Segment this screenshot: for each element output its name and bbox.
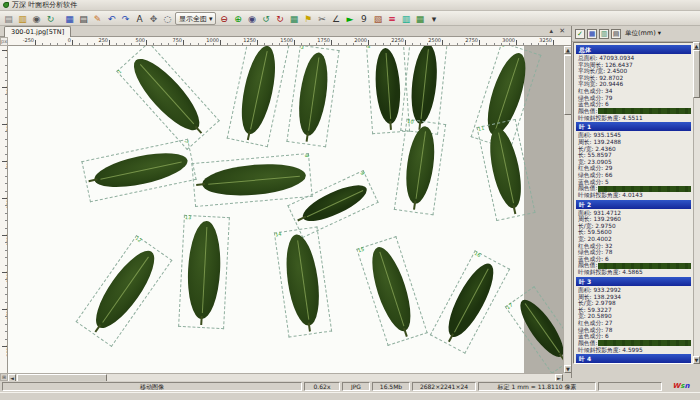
ruler-tick — [457, 43, 458, 45]
scroll-corner-box: ⊞ — [0, 373, 8, 381]
ruler-tick — [139, 43, 140, 45]
zoom-tool-icon[interactable]: ◌ — [161, 12, 174, 25]
rotate-left-icon[interactable]: ↺ — [259, 12, 272, 25]
section-header[interactable]: 叶 3 — [576, 277, 691, 286]
ruler-tick — [486, 43, 487, 45]
results-scrollbar[interactable]: ▲ ▼ — [693, 42, 700, 364]
ruler-label: 750 — [152, 37, 182, 43]
stat-row: 长: 59.3227 — [576, 307, 691, 314]
palette-icon[interactable]: ▧ — [371, 12, 384, 25]
results-scroll-thumb[interactable] — [693, 50, 700, 98]
leaf[interactable]: 16 — [430, 250, 510, 354]
stat-row: 面积: 933.2992 — [576, 287, 691, 294]
leaf[interactable]: 8 — [191, 153, 312, 207]
camera-icon[interactable]: ◉ — [30, 12, 43, 25]
ruler-label: 0 — [41, 37, 71, 43]
eye-icon[interactable]: ◉ — [245, 12, 258, 25]
select-check-icon[interactable]: ✓ — [575, 29, 585, 39]
ruler-tick — [65, 43, 66, 45]
stat-row: 红色成分: 34 — [576, 88, 691, 95]
leaf-number-label: 11 — [477, 125, 484, 132]
canvas-vertical-scrollbar[interactable]: ▲ ▼ — [563, 46, 571, 373]
leaf[interactable]: 3 — [286, 46, 339, 147]
ruler-tick — [57, 43, 58, 45]
image-canvas[interactable]: 1234567891011121314151617 — [8, 46, 563, 373]
layers-icon[interactable]: ▥ — [399, 12, 412, 25]
redo-icon[interactable]: ↷ — [119, 12, 132, 25]
ruler-tick — [5, 191, 7, 192]
ruler-tick — [94, 43, 95, 45]
section-header[interactable]: 叶 2 — [576, 200, 691, 209]
stat-row: 宽: 20.5890 — [576, 313, 691, 320]
stat-row: 绿色成分: 78 — [576, 327, 691, 334]
status-segment: 标定 1 mm = 11.8110 像素 — [478, 382, 596, 391]
leaf[interactable]: 17 — [505, 286, 563, 373]
acquire-icon[interactable]: ↻ — [44, 12, 57, 25]
results-list[interactable]: 总体总面积: 47093.0934平均周长: 126.6437平均长/宽: 2.… — [573, 42, 694, 364]
flag-icon[interactable]: ⚑ — [301, 12, 314, 25]
ruler-tick — [5, 279, 7, 280]
ruler-tick — [5, 250, 7, 251]
stat-row: 长: 59.5600 — [576, 229, 691, 236]
zoom-in-icon[interactable]: ⊕ — [231, 12, 244, 25]
leaf[interactable]: 11 — [476, 119, 535, 221]
view-all-button[interactable]: 显示全图 ▾ — [175, 12, 216, 25]
ruler-tick — [346, 43, 347, 45]
ruler-label: 1000 — [189, 37, 219, 43]
new-file-icon[interactable]: ▤ — [2, 12, 15, 25]
leaf[interactable]: 13 — [178, 215, 230, 329]
leaf-image[interactable]: 1234567891011121314151617 — [8, 46, 524, 373]
ruler-label: 2000 — [337, 37, 367, 43]
print-results-icon[interactable]: ▤ — [611, 29, 621, 39]
edit-icon[interactable]: ✎ — [91, 12, 104, 25]
leaf[interactable]: 1 — [116, 46, 220, 150]
leaf[interactable]: 14 — [274, 226, 332, 337]
levels-icon[interactable]: 9 — [357, 12, 370, 25]
results-scroll-down-icon[interactable]: ▼ — [693, 356, 700, 364]
ruler-tick — [5, 287, 7, 288]
leaf[interactable]: 12 — [76, 235, 173, 347]
table-icon[interactable]: ▦ — [587, 29, 597, 39]
stat-row: 周长: 138.2934 — [576, 294, 691, 301]
open-file-icon[interactable]: ▥ — [16, 12, 29, 25]
ruler-tick — [5, 72, 7, 73]
status-filler — [598, 382, 662, 391]
section-header[interactable]: 总体 — [576, 45, 691, 54]
ruler-label: 2500 — [411, 37, 441, 43]
leaf[interactable]: 2 — [227, 46, 290, 147]
leaf[interactable]: 10 — [394, 119, 446, 216]
section-header[interactable]: 叶 4 — [576, 354, 691, 363]
chart-icon[interactable]: ▦ — [413, 12, 426, 25]
run-analysis-icon[interactable]: ► — [343, 12, 356, 25]
unit-selector[interactable]: 单位(mm) ▾ — [625, 29, 661, 38]
undo-icon[interactable]: ↶ — [105, 12, 118, 25]
ruler-tick — [5, 294, 7, 295]
document-tab-bar: 300-01.jpg[5TN] ▴ ✕ — [0, 26, 571, 37]
color-swatch-bar — [598, 108, 691, 114]
table-export-icon[interactable]: ▥ — [599, 29, 609, 39]
save-icon[interactable]: ▦ — [63, 12, 76, 25]
text-tool-icon[interactable]: A — [133, 12, 146, 25]
menu-icon[interactable]: ≡ — [385, 12, 398, 25]
section-header[interactable]: 叶 1 — [576, 122, 691, 131]
zoom-out-icon[interactable]: ⊖ — [217, 12, 230, 25]
cut-icon[interactable]: ✂ — [315, 12, 328, 25]
leaf[interactable]: 7 — [81, 138, 196, 202]
horizontal-ruler: -250025050075010001250150017502000225025… — [8, 37, 571, 46]
grid-icon[interactable]: ▦ — [287, 12, 300, 25]
print-icon[interactable]: ▤ — [77, 12, 90, 25]
leaf[interactable]: 15 — [356, 236, 427, 346]
ruler-tick — [168, 43, 169, 45]
ruler-tick — [198, 43, 199, 45]
results-scroll-up-icon[interactable]: ▲ — [693, 42, 700, 50]
tab-scroll-controls[interactable]: ▴ ✕ — [549, 27, 567, 35]
tab-image-file[interactable]: 300-01.jpg[5TN] — [4, 26, 71, 37]
status-segment: 16.5Mb — [372, 382, 410, 391]
more-dropdown-icon[interactable]: ▾ — [427, 12, 440, 25]
pan-hand-icon[interactable]: ✥ — [147, 12, 160, 25]
rotate-right-icon[interactable]: ↻ — [273, 12, 286, 25]
canvas-horizontal-scrollbar[interactable]: ◄ ► — [8, 373, 563, 381]
angle-measure-icon[interactable]: ∠ — [329, 12, 342, 25]
ruler-tick — [449, 43, 450, 45]
ruler-tick — [509, 43, 510, 45]
